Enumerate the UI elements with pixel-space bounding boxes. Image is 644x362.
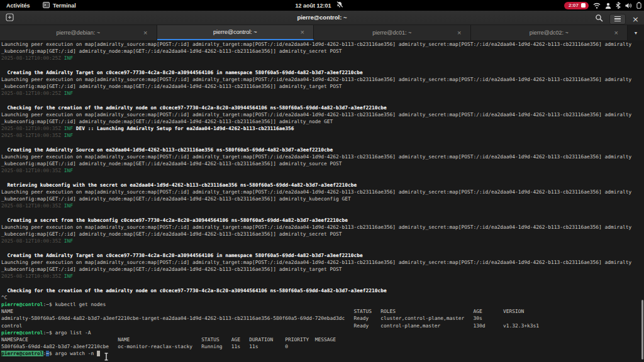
- terminal-line: 2025-08-12T10:00:35Z INF: [1, 238, 644, 244]
- terminal-line: Retrieving kubeconfig with the secret on…: [1, 182, 644, 189]
- terminal-line: _kubeconfig:map[GET:/:id] admiralty_node…: [1, 266, 644, 273]
- terminal-line: Launching peer execution on map[admiralt…: [1, 189, 644, 195]
- activities-button[interactable]: Activités: [6, 3, 30, 9]
- terminal-output[interactable]: Launching peer execution on map[admiralt…: [0, 40, 644, 362]
- terminal-line: _kubeconfig:map[GET:/:id] admiralty_node…: [1, 195, 644, 202]
- terminal-line: Creating the Admiralty Source on ea2daa0…: [1, 146, 644, 153]
- stop-recording-icon: [581, 3, 586, 8]
- gnome-top-bar: Activités Terminal 12 août 12:01 2:07: [0, 0, 644, 11]
- terminal-line: NAMESPACE NAME STATUS AGE DURATION PRIOR…: [1, 336, 644, 343]
- battery-icon: [636, 2, 641, 9]
- terminal-line: Checking for the creation of the admiral…: [1, 104, 644, 111]
- terminal-line: _kubeconfig:map[GET:/:id] admiralty_node…: [1, 83, 644, 90]
- tab-close-button[interactable]: ×: [143, 30, 147, 36]
- terminal-line: [1, 280, 644, 287]
- terminal-app-icon: [43, 2, 50, 9]
- window-title: pierre@control: ~: [0, 14, 644, 21]
- terminal-line: 2025-08-12T10:00:35Z INF: [1, 273, 644, 280]
- chevron-down-icon: ▼: [634, 31, 638, 35]
- tab-close-button[interactable]: ×: [614, 30, 618, 36]
- terminal-line: Launching peer execution on map[admiralt…: [1, 259, 644, 266]
- terminal-tab[interactable]: pierre@dc02: ~×: [471, 25, 628, 40]
- terminal-line: [1, 97, 644, 104]
- user-icon: [605, 3, 611, 9]
- terminal-line: Creating the Admiralty Target on c0cece9…: [1, 252, 644, 259]
- terminal-line: Launching peer execution on map[admiralt…: [1, 41, 644, 48]
- tab-close-button[interactable]: ×: [457, 30, 461, 36]
- scrollbar-thumb[interactable]: [641, 300, 643, 359]
- menu-button[interactable]: [609, 14, 626, 25]
- terminal-line: ^C: [1, 294, 644, 301]
- terminal-line: [1, 175, 644, 182]
- terminal-line: [1, 210, 644, 217]
- app-menu-button[interactable]: Terminal: [43, 2, 76, 9]
- clock-menu[interactable]: 12 août 12:01: [295, 1, 343, 9]
- terminal-tab[interactable]: pierre@debian: ~×: [0, 25, 157, 40]
- terminal-line: 2025-08-12T10:00:35Z INF: [1, 132, 644, 139]
- terminal-line: [1, 140, 644, 146]
- terminal-line: _kubeconfig:map[GET:/:id] admiralty_node…: [1, 48, 644, 55]
- terminal-line: control Ready control-plane,master 130d …: [1, 322, 644, 329]
- tab-label: pierre@control: ~: [213, 29, 257, 35]
- search-icon: [595, 13, 603, 24]
- app-menu-label: Terminal: [53, 3, 76, 9]
- terminal-line: Launching peer execution on map[admiralt…: [1, 76, 644, 83]
- tab-label: pierre@debian: ~: [57, 30, 100, 36]
- terminal-line: 2025-08-12T10:00:25Z INF: [1, 55, 644, 62]
- recording-timer: 2:07: [569, 3, 579, 8]
- wifi-icon: [593, 3, 601, 9]
- terminal-line: Checking for the creation of the admiral…: [1, 287, 644, 294]
- terminal-line: 2025-08-12T10:00:35Z INF: [1, 202, 644, 209]
- terminal-tab[interactable]: pierre@control: ~×: [157, 25, 314, 40]
- close-icon: ×: [632, 14, 639, 24]
- terminal-line: 2025-08-12T10:00:35Z INF DEV :: Launchin…: [1, 125, 644, 132]
- mouse-ibeam-cursor: [104, 352, 109, 362]
- tab-label: pierre@dc02: ~: [530, 30, 569, 36]
- terminal-line: [1, 62, 644, 69]
- terminal-line: Launching peer execution on map[admiralt…: [1, 111, 644, 118]
- terminal-line: Launching peer execution on map[admiralt…: [1, 153, 644, 160]
- bluetooth-icon: [616, 2, 621, 9]
- desktop: Activités Terminal 12 août 12:01 2:07: [0, 0, 644, 362]
- terminal-line: admiralty-580f60a5-69dd-4a82-b3d7-a3eef2…: [1, 315, 644, 322]
- terminal-line: 2025-08-12T10:00:35Z INF: [1, 167, 644, 174]
- notifications-disabled-icon: [336, 1, 343, 9]
- clock-label: 12 août 12:01: [295, 3, 331, 9]
- terminal-line: pierre@control:~$ argo watch -n: [1, 350, 644, 357]
- terminal-line: 580f60a5-69dd-4a82-b3d7-a3eef2210cbe oc-…: [1, 343, 644, 350]
- screen-recording-badge[interactable]: 2:07: [564, 2, 589, 9]
- terminal-line: _kubeconfig:map[GET:/:id] admiralty_node…: [1, 160, 644, 167]
- tab-close-button[interactable]: ×: [301, 29, 304, 35]
- volume-icon: [625, 3, 632, 9]
- terminal-line: _kubeconfig:map[GET:/:id] admiralty_node…: [1, 118, 644, 125]
- terminal-line: _kubeconfig:map[GET:/:id] admiralty_node…: [1, 231, 644, 238]
- tab-bar: pierre@debian: ~×pierre@control: ~×pierr…: [0, 25, 644, 40]
- terminal-line: 2025-08-12T10:00:25Z INF: [1, 90, 644, 97]
- terminal-line: pierre@control:~$ kubectl get nodes: [1, 301, 644, 308]
- terminal-tab[interactable]: pierre@dc01: ~×: [314, 25, 471, 40]
- terminal-line: Launching peer execution on map[admiralt…: [1, 224, 644, 231]
- close-window-button[interactable]: ×: [632, 15, 639, 23]
- search-button[interactable]: [595, 13, 603, 25]
- terminal-line: NAME STATUS ROLES AGE VERSION: [1, 308, 644, 315]
- terminal-line: pierre@control:~$ argo list -A: [1, 329, 644, 336]
- terminal-titlebar[interactable]: pierre@control: ~ ×: [0, 11, 644, 25]
- terminal-line: [1, 244, 644, 251]
- system-tray-menu[interactable]: 2:07: [564, 0, 641, 11]
- tab-label: pierre@dc01: ~: [372, 30, 411, 36]
- terminal-line: Creating the Admiralty Target on c0cece9…: [1, 69, 644, 76]
- terminal-line: Creating a secret from the kubeconfig c0…: [1, 217, 644, 224]
- tabs-overflow-button[interactable]: ▼: [628, 25, 644, 40]
